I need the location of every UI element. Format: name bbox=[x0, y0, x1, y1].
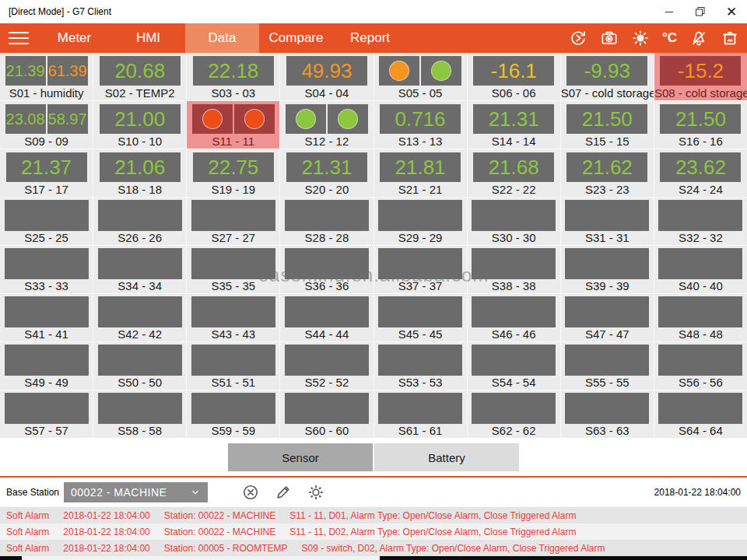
sensor-tile[interactable]: -16.1S06 - 06 bbox=[468, 53, 560, 100]
sensor-tile[interactable]: S56 - 56 bbox=[654, 342, 747, 390]
sensor-tile[interactable]: 21.3961.39S01 - humidity bbox=[0, 53, 93, 100]
view-tabs: Sensor Battery bbox=[0, 438, 747, 476]
sensor-tile[interactable]: S58 - 58 bbox=[93, 390, 186, 438]
sensor-tile[interactable]: S61 - 61 bbox=[374, 390, 467, 438]
sensor-tile[interactable]: S32 - 32 bbox=[654, 198, 747, 245]
sensor-tile[interactable]: 21.50S15 - 15 bbox=[561, 101, 654, 149]
sensor-value-area: 21.81 bbox=[374, 149, 467, 183]
settings-icon[interactable] bbox=[306, 482, 326, 502]
sensor-tile[interactable]: -9.93S07 - cold storage bbox=[561, 53, 654, 100]
sensor-tile[interactable]: 23.0858.97S09 - 09 bbox=[0, 101, 93, 149]
sensor-tile[interactable]: 21.50S16 - 16 bbox=[654, 101, 747, 149]
sensor-tile[interactable]: S25 - 25 bbox=[0, 198, 93, 245]
sensor-tile[interactable]: S57 - 57 bbox=[0, 390, 93, 438]
sensor-tile[interactable]: S45 - 45 bbox=[374, 294, 467, 341]
sensor-value-area bbox=[93, 390, 186, 424]
sensor-tile[interactable]: S26 - 26 bbox=[93, 198, 186, 245]
maximize-button[interactable] bbox=[685, 0, 716, 23]
sensor-tile[interactable]: S38 - 38 bbox=[468, 246, 560, 293]
sensor-tile[interactable]: 21.62S23 - 23 bbox=[561, 149, 654, 197]
minimize-button[interactable] bbox=[654, 0, 685, 23]
sensor-tile[interactable]: S43 - 43 bbox=[187, 294, 279, 341]
sensor-tile[interactable]: S54 - 54 bbox=[468, 342, 560, 390]
sensor-tile[interactable]: -15.2S08 - cold storage bbox=[654, 53, 747, 100]
hamburger-menu-icon[interactable] bbox=[0, 23, 37, 53]
sensor-tile[interactable]: 21.31S20 - 20 bbox=[280, 149, 373, 197]
sensor-tile[interactable]: 22.75S19 - 19 bbox=[187, 149, 279, 197]
sensor-tile[interactable]: S51 - 51 bbox=[187, 342, 279, 390]
sensor-tile[interactable]: 23.62S24 - 24 bbox=[654, 149, 747, 197]
sensor-tile[interactable]: S55 - 55 bbox=[561, 342, 654, 390]
sensor-tile[interactable]: S41 - 41 bbox=[0, 294, 93, 341]
camera-icon[interactable] bbox=[600, 29, 619, 47]
sensor-tile[interactable]: 21.81S21 - 21 bbox=[374, 149, 467, 197]
sensor-tile[interactable]: S48 - 48 bbox=[654, 294, 747, 341]
nav-item-report[interactable]: Report bbox=[333, 23, 407, 53]
sensor-tile[interactable]: S42 - 42 bbox=[93, 294, 186, 341]
sensor-tile[interactable]: S62 - 62 bbox=[468, 390, 560, 438]
sensor-tile[interactable]: 21.06S18 - 18 bbox=[93, 149, 186, 197]
sensor-tile[interactable]: S05 - 05 bbox=[374, 53, 467, 100]
alarm-log-row[interactable]: Soft Alarm2018-01-22 18:04:00Station: 00… bbox=[0, 523, 747, 540]
sensor-tile[interactable]: S44 - 44 bbox=[280, 294, 373, 341]
sensor-tile[interactable]: S63 - 63 bbox=[561, 390, 654, 438]
image-delete-icon[interactable] bbox=[721, 29, 739, 47]
tab-sensor[interactable]: Sensor bbox=[228, 443, 373, 471]
sensor-tile[interactable]: S34 - 34 bbox=[93, 246, 186, 293]
sensor-tile[interactable]: S50 - 50 bbox=[93, 342, 186, 390]
sensor-tile[interactable]: S29 - 29 bbox=[374, 198, 467, 245]
sensor-tile[interactable]: S11 - 11 bbox=[187, 101, 279, 149]
sensor-tile[interactable]: S27 - 27 bbox=[187, 198, 279, 245]
close-button[interactable]: ✕ bbox=[716, 0, 747, 23]
sensor-tile[interactable]: S31 - 31 bbox=[561, 198, 654, 245]
edit-icon[interactable] bbox=[273, 482, 293, 502]
cancel-icon[interactable] bbox=[240, 482, 261, 502]
alarm-log-row[interactable]: Soft Alarm2018-01-22 18:04:00Station: 00… bbox=[0, 540, 747, 556]
sensor-tile[interactable]: 22.18S03 - 03 bbox=[187, 53, 279, 100]
sensor-tile[interactable]: S36 - 36 bbox=[280, 246, 373, 293]
sensor-tile[interactable]: S53 - 53 bbox=[374, 342, 467, 390]
maximize-icon bbox=[695, 6, 706, 17]
sensor-value-area bbox=[561, 294, 654, 327]
sensor-tile[interactable]: S59 - 59 bbox=[187, 390, 279, 438]
sensor-tile[interactable]: S35 - 35 bbox=[187, 246, 279, 293]
nav-item-hmi[interactable]: HMI bbox=[111, 23, 185, 53]
nav-item-meter[interactable]: Meter bbox=[37, 23, 111, 53]
sensor-tile[interactable]: S47 - 47 bbox=[561, 294, 654, 341]
alarm-mute-icon[interactable] bbox=[689, 29, 708, 47]
sensor-tile[interactable]: S64 - 64 bbox=[654, 390, 747, 438]
sync-icon[interactable] bbox=[569, 29, 587, 47]
sensor-tile[interactable]: S46 - 46 bbox=[468, 294, 560, 341]
sensor-tile[interactable]: 49.93S04 - 04 bbox=[280, 53, 373, 100]
nav-menu: MeterHMIDataCompareReport bbox=[37, 23, 407, 53]
sensor-tile[interactable]: S39 - 39 bbox=[561, 246, 654, 293]
sensor-tile[interactable]: S12 - 12 bbox=[280, 101, 373, 149]
nav-item-compare[interactable]: Compare bbox=[259, 23, 333, 53]
horizontal-scrollbar[interactable] bbox=[0, 556, 747, 560]
sensor-tile-label: S63 - 63 bbox=[561, 424, 654, 438]
sensor-tile[interactable]: S49 - 49 bbox=[0, 342, 93, 390]
scrollbar-thumb[interactable] bbox=[22, 556, 380, 560]
sensor-tile[interactable]: 20.68S02 - TEMP2 bbox=[93, 53, 186, 100]
celsius-icon[interactable]: °C bbox=[662, 29, 677, 47]
sensor-tile[interactable]: 21.31S14 - 14 bbox=[468, 101, 560, 149]
sensor-tile[interactable]: 0.716S13 - 13 bbox=[374, 101, 467, 149]
sensor-tile[interactable]: S33 - 33 bbox=[0, 246, 93, 293]
sensor-tile[interactable]: S52 - 52 bbox=[280, 342, 373, 390]
sensor-tile[interactable]: S37 - 37 bbox=[374, 246, 467, 293]
sensor-tile[interactable]: 21.37S17 - 17 bbox=[0, 149, 93, 197]
sensor-value-area bbox=[374, 53, 467, 86]
sensor-value-box bbox=[192, 104, 233, 134]
alarm-log-row[interactable]: Soft Alarm2018-01-22 18:04:00Station: 00… bbox=[0, 507, 747, 523]
base-station-dropdown[interactable]: 00022 - MACHINE bbox=[64, 482, 208, 502]
sensor-tile[interactable]: S60 - 60 bbox=[280, 390, 373, 438]
tab-battery[interactable]: Battery bbox=[374, 443, 519, 471]
brightness-icon[interactable] bbox=[631, 29, 650, 47]
sensor-tile[interactable]: S28 - 28 bbox=[280, 198, 373, 245]
sensor-tile[interactable]: 21.68S22 - 22 bbox=[468, 149, 560, 197]
nav-item-data[interactable]: Data bbox=[185, 23, 259, 53]
sensor-tile[interactable]: 21.00S10 - 10 bbox=[93, 101, 186, 149]
sensor-tile[interactable]: S40 - 40 bbox=[654, 246, 747, 293]
sensor-value-box: 23.08 bbox=[5, 104, 46, 134]
sensor-tile[interactable]: S30 - 30 bbox=[468, 198, 560, 245]
